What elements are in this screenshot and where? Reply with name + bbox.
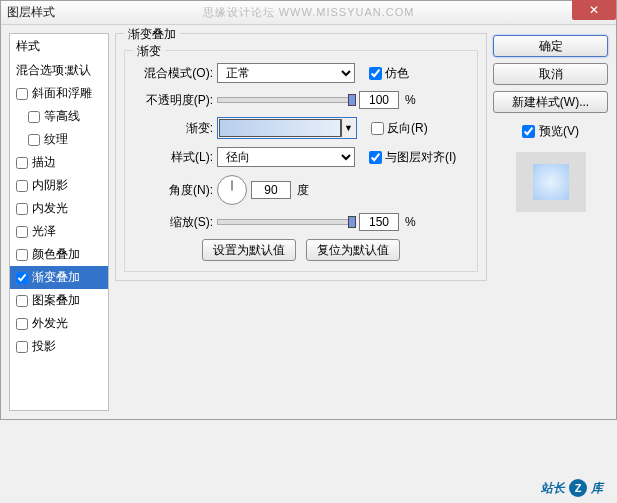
cancel-button[interactable]: 取消 xyxy=(493,63,608,85)
checkbox[interactable] xyxy=(16,272,28,284)
dialog-body: 样式 混合选项:默认 斜面和浮雕 等高线 纹理 描边 内阴影 内发光 光泽 颜色… xyxy=(1,25,616,419)
sidebar-item-stroke[interactable]: 描边 xyxy=(10,151,108,174)
align-checkbox-wrap[interactable]: 与图层对齐(I) xyxy=(369,149,456,166)
blend-mode-label: 混合模式(O): xyxy=(135,65,213,82)
layer-style-dialog: 图层样式 思缘设计论坛 WWW.MISSYUAN.COM ✕ 样式 混合选项:默… xyxy=(0,0,617,420)
gradient-row: 渐变: ▼ 反向(R) xyxy=(135,117,467,139)
preview-checkbox-wrap[interactable]: 预览(V) xyxy=(493,123,608,140)
make-default-button[interactable]: 设置为默认值 xyxy=(202,239,296,261)
sidebar-item-label: 图案叠加 xyxy=(32,292,80,309)
reverse-label: 反向(R) xyxy=(387,120,428,137)
sidebar-item-label: 光泽 xyxy=(32,223,56,240)
sidebar-item-label: 外发光 xyxy=(32,315,68,332)
align-checkbox[interactable] xyxy=(369,151,382,164)
checkbox[interactable] xyxy=(16,249,28,261)
blend-mode-select[interactable]: 正常 xyxy=(217,63,355,83)
right-panel: 确定 取消 新建样式(W)... 预览(V) xyxy=(493,33,608,411)
preview-label: 预览(V) xyxy=(539,123,579,140)
checkbox[interactable] xyxy=(28,111,40,123)
sidebar-item-inner-shadow[interactable]: 内阴影 xyxy=(10,174,108,197)
angle-row: 角度(N): 度 xyxy=(135,175,467,205)
sidebar-item-color-overlay[interactable]: 颜色叠加 xyxy=(10,243,108,266)
dither-checkbox-wrap[interactable]: 仿色 xyxy=(369,65,409,82)
sidebar-item-label: 混合选项:默认 xyxy=(16,62,91,79)
footer-logo: 站长 Z 库 xyxy=(541,479,603,497)
ok-button[interactable]: 确定 xyxy=(493,35,608,57)
angle-label: 角度(N): xyxy=(135,182,213,199)
sidebar-item-satin[interactable]: 光泽 xyxy=(10,220,108,243)
opacity-slider[interactable] xyxy=(217,97,355,103)
checkbox[interactable] xyxy=(16,295,28,307)
gradient-picker[interactable]: ▼ xyxy=(217,117,357,139)
gradient-dropdown-arrow[interactable]: ▼ xyxy=(341,119,355,137)
sidebar-blending-options[interactable]: 混合选项:默认 xyxy=(10,59,108,82)
checkbox[interactable] xyxy=(16,341,28,353)
angle-needle xyxy=(232,181,233,191)
blend-mode-row: 混合模式(O): 正常 仿色 xyxy=(135,63,467,83)
style-row: 样式(L): 径向 与图层对齐(I) xyxy=(135,147,467,167)
reset-default-button[interactable]: 复位为默认值 xyxy=(306,239,400,261)
gradient-label: 渐变: xyxy=(135,120,213,137)
angle-unit: 度 xyxy=(297,182,309,199)
scale-label: 缩放(S): xyxy=(135,214,213,231)
brand-text-a: 站长 xyxy=(541,480,565,497)
opacity-row: 不透明度(P): % xyxy=(135,91,467,109)
gradient-swatch[interactable] xyxy=(219,119,341,137)
sidebar-item-gradient-overlay[interactable]: 渐变叠加 xyxy=(10,266,108,289)
opacity-label: 不透明度(P): xyxy=(135,92,213,109)
sidebar-item-label: 纹理 xyxy=(44,131,68,148)
sidebar-item-label: 渐变叠加 xyxy=(32,269,80,286)
style-select[interactable]: 径向 xyxy=(217,147,355,167)
sidebar-item-inner-glow[interactable]: 内发光 xyxy=(10,197,108,220)
scale-row: 缩放(S): % xyxy=(135,213,467,231)
checkbox[interactable] xyxy=(16,203,28,215)
checkbox[interactable] xyxy=(16,88,28,100)
checkbox[interactable] xyxy=(16,318,28,330)
checkbox[interactable] xyxy=(16,226,28,238)
sidebar-item-label: 等高线 xyxy=(44,108,80,125)
style-label: 样式(L): xyxy=(135,149,213,166)
main-panel: 渐变叠加 渐变 混合模式(O): 正常 仿色 不透明度(P): xyxy=(115,33,487,411)
brand-text-b: 库 xyxy=(591,480,603,497)
default-buttons-row: 设置为默认值 复位为默认值 xyxy=(135,239,467,261)
sidebar-item-label: 颜色叠加 xyxy=(32,246,80,263)
sidebar-item-pattern-overlay[interactable]: 图案叠加 xyxy=(10,289,108,312)
sidebar-item-drop-shadow[interactable]: 投影 xyxy=(10,335,108,358)
close-icon: ✕ xyxy=(589,3,599,17)
sidebar-item-label: 投影 xyxy=(32,338,56,355)
checkbox[interactable] xyxy=(16,157,28,169)
angle-input[interactable] xyxy=(251,181,291,199)
window-title: 图层样式 xyxy=(7,4,55,21)
reverse-checkbox[interactable] xyxy=(371,122,384,135)
new-style-button[interactable]: 新建样式(W)... xyxy=(493,91,608,113)
opacity-unit: % xyxy=(405,93,416,107)
group-title: 渐变叠加 xyxy=(124,26,180,43)
preview-swatch xyxy=(516,152,586,212)
styles-sidebar: 样式 混合选项:默认 斜面和浮雕 等高线 纹理 描边 内阴影 内发光 光泽 颜色… xyxy=(9,33,109,411)
preview-checkbox[interactable] xyxy=(522,125,535,138)
titlebar: 图层样式 思缘设计论坛 WWW.MISSYUAN.COM ✕ xyxy=(1,1,616,25)
close-button[interactable]: ✕ xyxy=(572,0,616,20)
sidebar-item-texture[interactable]: 纹理 xyxy=(10,128,108,151)
inner-group-title: 渐变 xyxy=(133,43,165,60)
checkbox[interactable] xyxy=(16,180,28,192)
scale-input[interactable] xyxy=(359,213,399,231)
gradient-inner-group: 渐变 混合模式(O): 正常 仿色 不透明度(P): xyxy=(124,50,478,272)
opacity-input[interactable] xyxy=(359,91,399,109)
sidebar-item-label: 内阴影 xyxy=(32,177,68,194)
sidebar-item-contour[interactable]: 等高线 xyxy=(10,105,108,128)
scale-slider[interactable] xyxy=(217,219,355,225)
sidebar-header: 样式 xyxy=(10,34,108,59)
sidebar-item-bevel[interactable]: 斜面和浮雕 xyxy=(10,82,108,105)
sidebar-item-outer-glow[interactable]: 外发光 xyxy=(10,312,108,335)
dither-checkbox[interactable] xyxy=(369,67,382,80)
gradient-overlay-group: 渐变叠加 渐变 混合模式(O): 正常 仿色 不透明度(P): xyxy=(115,33,487,281)
sidebar-item-label: 描边 xyxy=(32,154,56,171)
reverse-checkbox-wrap[interactable]: 反向(R) xyxy=(371,120,428,137)
scale-unit: % xyxy=(405,215,416,229)
watermark-text: 思缘设计论坛 WWW.MISSYUAN.COM xyxy=(203,5,415,20)
angle-dial[interactable] xyxy=(217,175,247,205)
align-label: 与图层对齐(I) xyxy=(385,149,456,166)
checkbox[interactable] xyxy=(28,134,40,146)
preview-inner xyxy=(533,164,569,200)
